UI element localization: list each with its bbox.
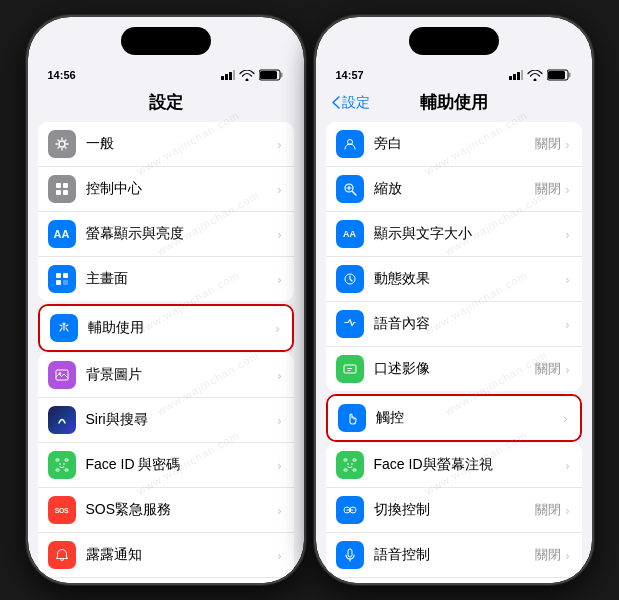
- svg-point-22: [59, 463, 61, 465]
- item-faceid[interactable]: Face ID 與密碼 ›: [38, 443, 294, 488]
- svg-rect-10: [56, 190, 61, 195]
- svg-rect-37: [548, 71, 565, 79]
- item-home-label: 主畫面: [86, 270, 278, 288]
- item-audiodesc[interactable]: 口述影像 關閉 ›: [326, 347, 582, 391]
- faceid2-icon: [336, 451, 364, 479]
- item-accessibility[interactable]: 輔助使用 ›: [40, 306, 292, 350]
- item-textsize-label: 顯示與文字大小: [374, 225, 566, 243]
- svg-rect-42: [353, 459, 356, 461]
- wallpaper-icon: [48, 361, 76, 389]
- list-inner-2: 背景圖片 › Siri與搜尋 ›: [38, 353, 294, 583]
- svg-rect-32: [513, 74, 516, 80]
- item-voicecontrol[interactable]: 語音控制 關閉 ›: [326, 533, 582, 578]
- item-voiceover-label: 旁白: [374, 135, 536, 153]
- nav-back-2[interactable]: 設定: [332, 94, 370, 112]
- item-touch-label: 觸控: [376, 409, 564, 427]
- touch-icon: [338, 404, 366, 432]
- item-voiceover[interactable]: 旁白 關閉 ›: [326, 122, 582, 167]
- dynamic-island-2: [409, 27, 499, 55]
- settings-list-2[interactable]: 旁白 關閉 › 縮放 關閉 ›: [316, 122, 592, 583]
- item-wallpaper[interactable]: 背景圖片 ›: [38, 353, 294, 398]
- phone-2: 14:57 設定 輔助使用: [314, 15, 594, 585]
- svg-rect-15: [63, 280, 68, 285]
- item-zoom-label: 縮放: [374, 180, 536, 198]
- svg-rect-2: [229, 72, 232, 80]
- item-general-label: 一般: [86, 135, 278, 153]
- notifications-icon: [48, 541, 76, 569]
- svg-rect-13: [63, 273, 68, 278]
- textsize-icon: AA: [336, 220, 364, 248]
- svg-rect-6: [260, 71, 277, 79]
- nav-title-1: 設定: [149, 91, 183, 114]
- dynamic-island-1: [121, 27, 211, 55]
- svg-point-7: [59, 141, 65, 147]
- item-motion-label: 動態效果: [374, 270, 566, 288]
- nav-bar-1: 設定: [28, 87, 304, 122]
- item-sos[interactable]: SOS SOS緊急服務 ›: [38, 488, 294, 533]
- item-siri[interactable]: Siri與搜尋 ›: [38, 398, 294, 443]
- item-textsize[interactable]: AA 顯示與文字大小 ›: [326, 212, 582, 257]
- item-home[interactable]: 主畫面 ›: [38, 257, 294, 301]
- svg-rect-8: [56, 183, 61, 188]
- highlight-accessibility-wrapper: 輔助使用 ›: [38, 304, 294, 352]
- item-touch[interactable]: 觸控 ›: [328, 396, 580, 440]
- svg-rect-31: [509, 76, 512, 80]
- battery-icon-2: [547, 69, 572, 81]
- list-inner-1: 一般 › 控制中心 › AA: [38, 122, 294, 301]
- wifi-icon-1: [239, 70, 255, 81]
- svg-point-46: [351, 463, 353, 465]
- section-vision: 旁白 關閉 › 縮放 關閉 ›: [326, 122, 582, 391]
- highlighted-touch: 觸控 ›: [326, 394, 582, 442]
- item-notifications[interactable]: 露露通知 ›: [38, 533, 294, 578]
- item-siri-label: Siri與搜尋: [86, 411, 278, 429]
- item-faceid2[interactable]: Face ID與螢幕注視 ›: [326, 443, 582, 488]
- general-icon: [48, 130, 76, 158]
- list-vision-inner: 旁白 關閉 › 縮放 關閉 ›: [326, 122, 582, 391]
- signal-icon-1: [221, 70, 235, 80]
- settings-list-1[interactable]: 一般 › 控制中心 › AA: [28, 122, 304, 583]
- svg-rect-44: [353, 469, 356, 471]
- item-accessibility-label: 輔助使用: [88, 319, 276, 337]
- nav-title-2: 輔助使用: [420, 91, 488, 114]
- phones-container: 14:56 設定: [26, 15, 594, 585]
- phone-1-screen: 14:56 設定: [28, 17, 304, 583]
- svg-rect-36: [568, 73, 570, 78]
- wifi-icon-2: [527, 70, 543, 81]
- item-spokencontent[interactable]: 語音內容 ›: [326, 302, 582, 347]
- faceid-icon: [48, 451, 76, 479]
- item-switchcontrol[interactable]: 切換控制 關閉 ›: [326, 488, 582, 533]
- item-audiodesc-label: 口述影像: [374, 360, 536, 378]
- siri-icon: [48, 406, 76, 434]
- svg-rect-21: [65, 469, 68, 471]
- item-control[interactable]: 控制中心 ›: [38, 167, 294, 212]
- back-label-2: 設定: [342, 94, 370, 112]
- svg-point-45: [347, 463, 349, 465]
- signal-icon-2: [509, 70, 523, 80]
- svg-point-23: [63, 463, 65, 465]
- sos-icon: SOS: [48, 496, 76, 524]
- svg-point-16: [62, 323, 65, 326]
- item-motion[interactable]: 動態效果 ›: [326, 257, 582, 302]
- highlight-touch-wrapper: 觸控 ›: [326, 394, 582, 442]
- item-battery[interactable]: 電池 ›: [38, 578, 294, 583]
- status-icons-2: [509, 69, 572, 81]
- svg-rect-11: [63, 190, 68, 195]
- svg-rect-12: [56, 273, 61, 278]
- item-general[interactable]: 一般 ›: [38, 122, 294, 167]
- svg-rect-9: [63, 183, 68, 188]
- svg-rect-43: [344, 469, 347, 471]
- item-wallpaper-label: 背景圖片: [86, 366, 278, 384]
- item-sidebutton[interactable]: 側邊按鈕 ›: [326, 578, 582, 583]
- svg-rect-18: [56, 459, 59, 461]
- item-display[interactable]: AA 螢幕顯示與亮度 ›: [38, 212, 294, 257]
- zoom-icon: [336, 175, 364, 203]
- item-zoom[interactable]: 縮放 關閉 ›: [326, 167, 582, 212]
- section-physical: Face ID與螢幕注視 › 切換控制 關閉 ›: [326, 443, 582, 583]
- time-1: 14:56: [48, 69, 76, 81]
- svg-rect-3: [233, 70, 235, 80]
- highlighted-accessibility: 輔助使用 ›: [38, 304, 294, 352]
- spokencontent-icon: [336, 310, 364, 338]
- svg-rect-1: [225, 74, 228, 80]
- svg-rect-34: [521, 70, 523, 80]
- list-physical-inner: Face ID與螢幕注視 › 切換控制 關閉 ›: [326, 443, 582, 583]
